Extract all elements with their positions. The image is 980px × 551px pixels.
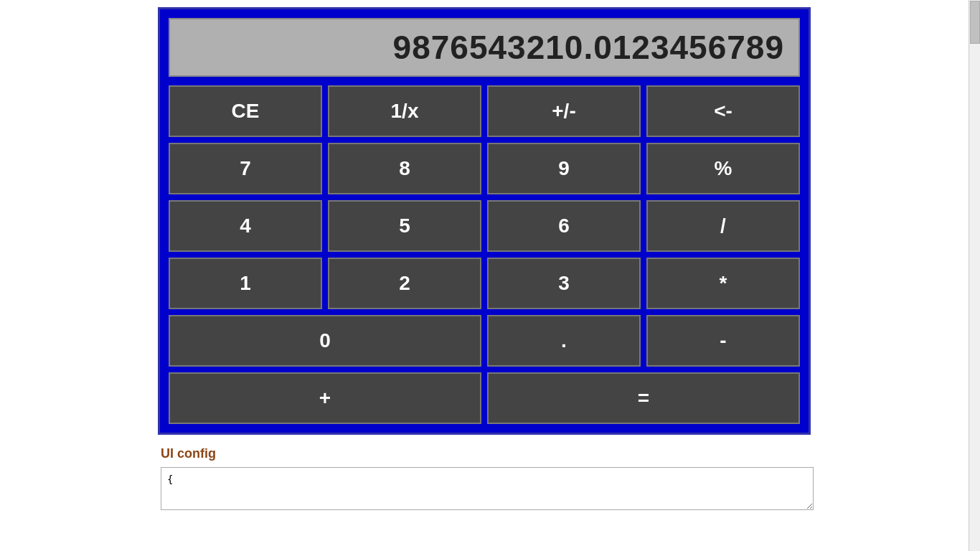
- percent-button[interactable]: %: [646, 143, 800, 194]
- buttons-grid: CE 1/x +/- <- 7 8 9 % 4 5 6 / 1 2 3 * 0 …: [169, 85, 800, 424]
- equals-button[interactable]: =: [487, 372, 800, 424]
- decimal-button[interactable]: .: [487, 315, 641, 367]
- ce-button[interactable]: CE: [169, 85, 322, 137]
- calculator: 9876543210.0123456789 CE 1/x +/- <- 7 8 …: [158, 7, 811, 435]
- seven-button[interactable]: 7: [169, 143, 322, 194]
- ui-config-section: UI config {: [158, 446, 980, 513]
- reciprocal-button[interactable]: 1/x: [328, 85, 481, 137]
- eight-button[interactable]: 8: [328, 143, 481, 194]
- negate-button[interactable]: +/-: [487, 85, 641, 137]
- ui-config-label: UI config: [161, 446, 980, 461]
- scrollbar-thumb[interactable]: [970, 1, 980, 44]
- calculator-display: 9876543210.0123456789: [169, 18, 800, 77]
- add-button[interactable]: +: [169, 372, 481, 424]
- six-button[interactable]: 6: [487, 200, 641, 252]
- subtract-button[interactable]: -: [646, 315, 800, 367]
- divide-button[interactable]: /: [646, 200, 800, 252]
- four-button[interactable]: 4: [169, 200, 322, 252]
- zero-button[interactable]: 0: [169, 315, 481, 367]
- two-button[interactable]: 2: [328, 258, 481, 309]
- ui-config-textarea[interactable]: {: [161, 467, 814, 510]
- five-button[interactable]: 5: [328, 200, 481, 252]
- one-button[interactable]: 1: [169, 258, 322, 309]
- multiply-button[interactable]: *: [646, 258, 800, 309]
- three-button[interactable]: 3: [487, 258, 641, 309]
- nine-button[interactable]: 9: [487, 143, 641, 194]
- scrollbar[interactable]: [969, 0, 980, 551]
- backspace-button[interactable]: <-: [646, 85, 800, 137]
